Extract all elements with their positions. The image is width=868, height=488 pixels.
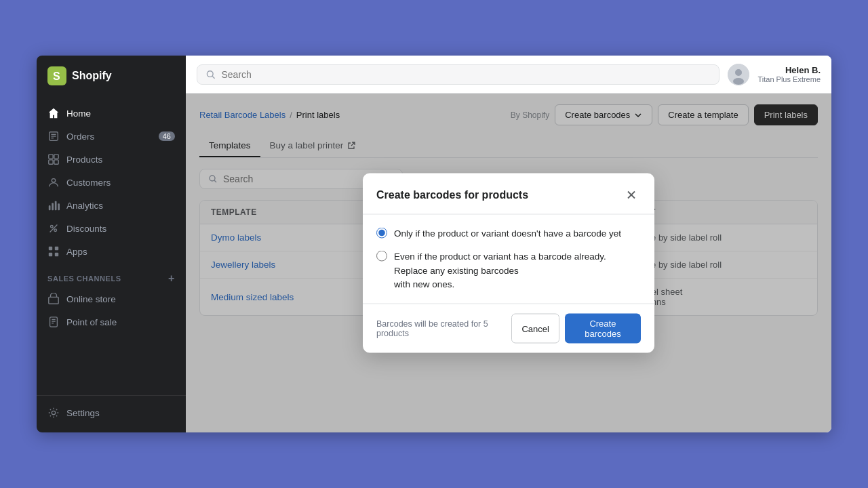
svg-rect-13 — [55, 201, 57, 211]
orders-badge: 46 — [159, 131, 175, 141]
svg-rect-11 — [49, 205, 51, 210]
modal-header: Create barcodes for products — [363, 174, 654, 215]
modal-footer: Barcodes will be created for 5 products … — [363, 304, 654, 353]
radio-input-1[interactable] — [376, 228, 387, 239]
svg-point-28 — [207, 70, 213, 77]
sidebar-item-settings[interactable]: Settings — [37, 401, 186, 424]
sidebar-item-home[interactable]: Home — [37, 102, 186, 125]
sidebar-item-products[interactable]: Products — [37, 148, 186, 171]
svg-rect-19 — [55, 247, 58, 250]
modal-title: Create barcodes for products — [376, 189, 528, 201]
shopify-logo-icon: S — [47, 66, 66, 85]
nav-label-online-store: Online store — [66, 294, 116, 304]
avatar — [728, 64, 749, 85]
radio-option-1[interactable]: Only if the product or variant doesn't h… — [376, 227, 641, 241]
page-inner: Retail Barcode Labels / Print labels By … — [186, 94, 831, 432]
svg-point-31 — [735, 69, 742, 76]
svg-rect-22 — [49, 297, 58, 304]
store-icon — [47, 293, 60, 305]
sidebar-item-analytics[interactable]: Analytics — [37, 194, 186, 217]
pos-icon — [47, 316, 60, 328]
sidebar-bottom: Settings — [37, 395, 186, 432]
nav-label-pos: Point of sale — [66, 317, 117, 327]
topbar: Helen B. Titan Plus Extreme — [186, 56, 831, 94]
svg-point-27 — [52, 411, 55, 414]
svg-text:S: S — [53, 70, 60, 82]
create-barcodes-confirm-button[interactable]: Create barcodes — [565, 314, 641, 344]
main-content: Helen B. Titan Plus Extreme Retail Barco… — [186, 56, 831, 432]
modal-body: Only if the product or variant doesn't h… — [363, 215, 654, 304]
modal-actions: Cancel Create barcodes — [511, 314, 641, 344]
svg-rect-12 — [52, 203, 54, 210]
sidebar-item-orders[interactable]: Orders 46 — [37, 125, 186, 148]
sales-channels-label: SALES CHANNELS — [47, 274, 121, 283]
sidebar-item-discounts[interactable]: Discounts — [37, 217, 186, 240]
settings-icon — [47, 407, 60, 419]
nav-label-home: Home — [66, 108, 91, 119]
app-title: Shopify — [72, 70, 112, 82]
svg-rect-14 — [58, 203, 60, 210]
sales-channels-section: SALES CHANNELS + — [37, 263, 186, 287]
sidebar-item-pos[interactable]: Point of sale — [37, 310, 186, 333]
avatar-image — [728, 64, 749, 85]
sidebar: S Shopify Home Orders 46 — [37, 56, 186, 432]
svg-point-16 — [54, 229, 57, 232]
svg-rect-23 — [50, 317, 58, 327]
nav-label-settings: Settings — [66, 408, 100, 418]
nav-label-discounts: Discounts — [66, 224, 106, 234]
create-barcodes-modal: Create barcodes for products Only if the… — [363, 174, 654, 353]
user-plan: Titan Plus Extreme — [757, 75, 821, 83]
svg-point-15 — [51, 226, 54, 228]
svg-rect-6 — [49, 155, 53, 159]
nav-label-products: Products — [66, 155, 102, 165]
nav-label-orders: Orders — [66, 131, 94, 142]
cancel-button[interactable]: Cancel — [511, 314, 559, 344]
modal-hint: Barcodes will be created for 5 products — [376, 319, 511, 338]
radio-option-2[interactable]: Even if the product or variant has a bar… — [376, 250, 641, 291]
sidebar-item-customers[interactable]: Customers — [37, 171, 186, 194]
sidebar-item-apps[interactable]: Apps — [37, 240, 186, 263]
nav-label-analytics: Analytics — [66, 201, 103, 211]
svg-rect-7 — [54, 155, 58, 159]
svg-rect-8 — [49, 160, 53, 164]
search-bar[interactable] — [197, 64, 719, 85]
radio-input-2[interactable] — [376, 251, 387, 262]
orders-icon — [47, 130, 60, 142]
search-icon — [205, 69, 216, 80]
svg-rect-21 — [55, 253, 58, 256]
nav-label-customers: Customers — [66, 178, 111, 188]
customers-icon — [47, 176, 60, 188]
nav-label-apps: Apps — [66, 247, 87, 257]
svg-point-32 — [733, 78, 744, 85]
products-icon — [47, 153, 60, 165]
sidebar-logo: S Shopify — [37, 56, 186, 96]
sidebar-item-online-store[interactable]: Online store — [37, 287, 186, 310]
apps-icon — [47, 245, 60, 258]
sidebar-navigation: Home Orders 46 — [37, 96, 186, 395]
svg-point-10 — [52, 179, 55, 182]
topbar-right: Helen B. Titan Plus Extreme — [728, 64, 821, 85]
svg-rect-18 — [49, 247, 52, 250]
svg-line-29 — [212, 76, 214, 78]
close-icon — [626, 190, 637, 201]
radio-label-2: Even if the product or variant has a bar… — [394, 250, 641, 291]
svg-rect-9 — [54, 160, 58, 164]
radio-label-1: Only if the product or variant doesn't h… — [394, 227, 621, 241]
search-input[interactable] — [222, 69, 711, 80]
discounts-icon — [47, 222, 60, 235]
home-icon — [47, 107, 60, 119]
modal-close-button[interactable] — [622, 186, 641, 205]
analytics-icon — [47, 199, 60, 211]
add-sales-channel-button[interactable]: + — [168, 272, 175, 285]
svg-rect-20 — [49, 253, 52, 256]
user-info: Helen B. Titan Plus Extreme — [757, 65, 821, 83]
user-name: Helen B. — [757, 65, 821, 75]
